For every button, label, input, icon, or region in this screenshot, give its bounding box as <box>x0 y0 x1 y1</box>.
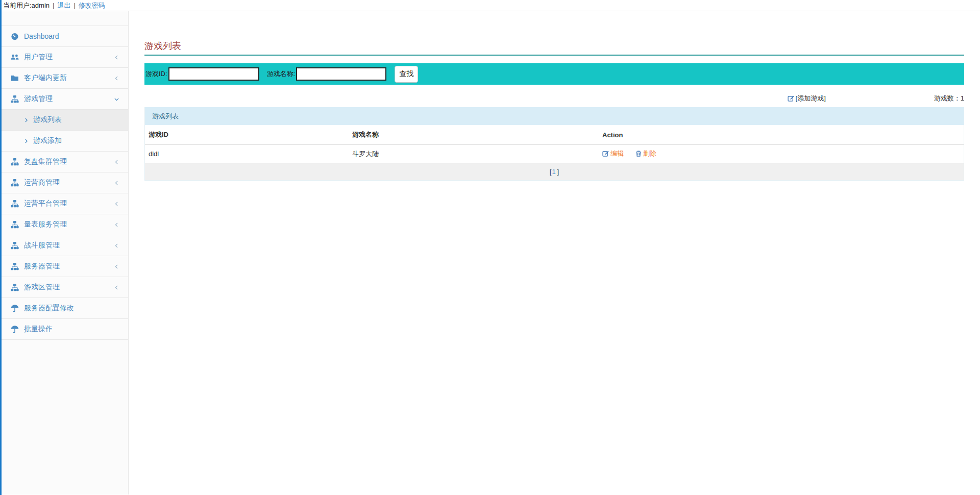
chevron-left-icon <box>113 221 120 228</box>
sitemap-icon <box>10 158 19 166</box>
users-icon <box>10 53 19 62</box>
sidebar-item-label: 游戏添加 <box>33 136 120 145</box>
sidebar-item-server-management[interactable]: 服务器管理 <box>0 256 128 277</box>
add-game-link[interactable]: [添加游戏] <box>788 94 826 103</box>
main-content: 游戏列表 游戏ID: 游戏名称: 查找 [添加游戏] 游戏数：1 游戏列表 游戏… <box>129 11 980 494</box>
sitemap-icon <box>10 179 19 187</box>
edit-label: 编辑 <box>610 149 624 158</box>
topbar-separator: | <box>74 2 75 9</box>
sitemap-icon <box>10 262 19 271</box>
sidebar-item-label: 游戏管理 <box>24 94 113 104</box>
trash-icon <box>635 150 642 157</box>
sidebar-item-label: 运营平台管理 <box>24 199 113 208</box>
title-rule <box>144 55 964 56</box>
cell-action: 编辑 删除 <box>599 149 964 159</box>
sitemap-icon <box>10 95 19 104</box>
umbrella-icon <box>10 304 19 313</box>
chevron-left-icon <box>113 54 120 61</box>
chevron-right-icon <box>23 117 29 123</box>
sitemap-icon <box>10 220 19 229</box>
search-bar: 游戏ID: 游戏名称: 查找 <box>144 63 964 85</box>
toolbar-row: [添加游戏] 游戏数：1 <box>144 93 964 104</box>
sidebar-item-label: 批量操作 <box>24 325 120 334</box>
game-id-input[interactable] <box>168 67 259 81</box>
sidebar-item-operation-platform-management[interactable]: 运营平台管理 <box>0 193 128 214</box>
chevron-down-icon <box>113 96 120 103</box>
sidebar-item-operator-management[interactable]: 运营商管理 <box>0 172 128 193</box>
sidebar-item-game-management[interactable]: 游戏管理 <box>0 89 128 110</box>
topbar-separator: | <box>53 2 54 9</box>
pencil-square-icon <box>602 150 609 157</box>
logout-link[interactable]: 退出 <box>57 1 70 10</box>
chevron-left-icon <box>113 75 120 82</box>
chevron-left-icon <box>113 242 120 249</box>
chevron-left-icon <box>113 159 120 165</box>
sidebar-item-battle-server-management[interactable]: 战斗服管理 <box>0 235 128 256</box>
left-accent-bar <box>0 0 2 495</box>
pagination-bracket-open: [ <box>550 168 552 176</box>
sitemap-icon <box>10 241 19 250</box>
pencil-square-icon <box>788 95 795 102</box>
sidebar-item-user-management[interactable]: 用户管理 <box>0 47 128 68</box>
chevron-right-icon <box>23 138 29 144</box>
delete-label: 删除 <box>643 149 656 158</box>
sitemap-icon <box>10 283 19 292</box>
game-count: 游戏数：1 <box>934 94 964 103</box>
sidebar-item-label: 量表服务管理 <box>24 220 113 229</box>
pagination-page-1[interactable]: 1 <box>552 168 555 176</box>
sidebar-subitem-game-add[interactable]: 游戏添加 <box>0 131 128 152</box>
chevron-left-icon <box>113 263 120 270</box>
sitemap-icon <box>10 200 19 208</box>
sidebar-subitem-game-list[interactable]: 游戏列表 <box>0 110 128 131</box>
cell-game-id: dldl <box>145 150 349 158</box>
panel-header: 游戏列表 <box>145 107 964 125</box>
sidebar-item-dashboard[interactable]: Dashboard <box>0 26 128 47</box>
game-id-label: 游戏ID: <box>145 69 167 79</box>
delete-link[interactable]: 删除 <box>635 149 656 158</box>
game-name-label: 游戏名称: <box>267 69 296 79</box>
column-header-game-name: 游戏名称 <box>349 130 599 139</box>
pagination: [ 1 ] <box>145 163 964 180</box>
sidebar-item-label: 运营商管理 <box>24 178 113 187</box>
add-game-label: [添加游戏] <box>796 94 826 103</box>
folder-icon <box>10 74 19 83</box>
current-user-label: 当前用户:admin <box>3 1 50 10</box>
topbar: 当前用户:admin | 退出 | 修改密码 <box>0 0 980 11</box>
sidebar-item-label: 战斗服管理 <box>24 241 113 250</box>
sidebar-item-label: 游戏区管理 <box>24 283 113 292</box>
change-password-link[interactable]: 修改密码 <box>79 1 105 10</box>
sidebar-item-label: Dashboard <box>24 32 120 40</box>
sidebar-item-client-update[interactable]: 客户端内更新 <box>0 68 128 89</box>
umbrella-icon <box>10 325 19 334</box>
game-name-input[interactable] <box>296 67 386 81</box>
sidebar-item-scale-service-management[interactable]: 量表服务管理 <box>0 214 128 235</box>
table-row: dldl 斗罗大陆 编辑 删除 <box>145 144 964 163</box>
sidebar-item-server-config-edit[interactable]: 服务器配置修改 <box>0 298 128 319</box>
column-header-game-id: 游戏ID <box>145 130 349 139</box>
sidebar-item-label: 服务器管理 <box>24 262 113 271</box>
sidebar-item-label: 游戏列表 <box>33 115 120 125</box>
sidebar-item-label: 用户管理 <box>24 53 113 62</box>
chevron-left-icon <box>113 180 120 186</box>
sidebar-item-label: 客户端内更新 <box>24 73 113 83</box>
sidebar-item-batch-operation[interactable]: 批量操作 <box>0 319 128 340</box>
edit-link[interactable]: 编辑 <box>602 149 624 158</box>
sidebar-item-replay-cluster-management[interactable]: 复盘集群管理 <box>0 152 128 172</box>
table-header-row: 游戏ID 游戏名称 Action <box>145 125 964 144</box>
cell-game-name: 斗罗大陆 <box>349 150 599 159</box>
sidebar: Dashboard 用户管理 客户端内更新 <box>0 11 129 494</box>
pagination-bracket-close: ] <box>557 168 559 176</box>
sidebar-nav: Dashboard 用户管理 客户端内更新 <box>0 26 128 340</box>
chevron-left-icon <box>113 201 120 207</box>
sidebar-item-label: 复盘集群管理 <box>24 157 113 166</box>
dashboard-icon <box>10 32 19 41</box>
chevron-left-icon <box>113 284 120 291</box>
search-button[interactable]: 查找 <box>395 66 418 83</box>
page-title: 游戏列表 <box>144 40 964 52</box>
column-header-action: Action <box>599 131 964 139</box>
sidebar-item-label: 服务器配置修改 <box>24 304 120 313</box>
sidebar-item-game-zone-management[interactable]: 游戏区管理 <box>0 277 128 298</box>
game-list-panel: 游戏列表 游戏ID 游戏名称 Action dldl 斗罗大陆 编辑 <box>144 107 964 181</box>
